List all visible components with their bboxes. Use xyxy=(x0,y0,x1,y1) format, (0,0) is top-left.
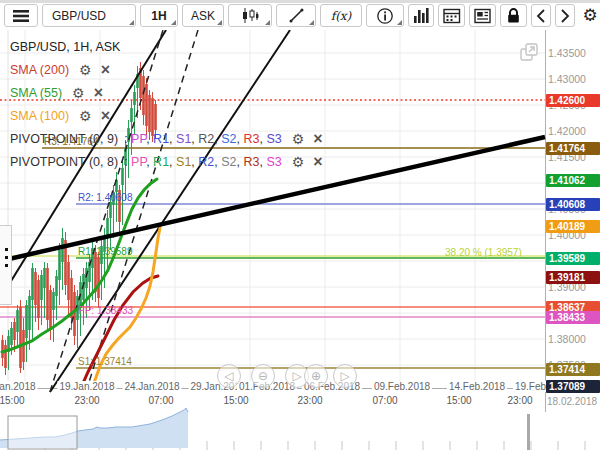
price-badge: 1.38433 xyxy=(546,311,600,324)
draw-tool-button[interactable] xyxy=(276,4,316,27)
dropdown-arrow-icon xyxy=(309,20,314,25)
zoom-out-button[interactable]: ⊖ xyxy=(251,364,275,388)
chart-type-select[interactable] xyxy=(228,4,272,27)
hamburger-icon xyxy=(12,9,30,23)
indicator-label: SMA (55) xyxy=(10,86,62,100)
legend-row-sma-200: SMA (200)⚙× xyxy=(10,58,323,81)
fib-level-label: 38.20 % (1.3957) xyxy=(445,247,522,258)
price-side-select[interactable]: ASK xyxy=(182,4,224,27)
price-tick: 1.38000 xyxy=(548,333,586,345)
price-tick: 1.42000 xyxy=(548,125,586,137)
price-badge: 1.41062 xyxy=(546,174,600,187)
news-icon xyxy=(474,8,492,24)
navigator-selection[interactable] xyxy=(8,416,77,449)
price-badge: 1.40189 xyxy=(546,220,600,233)
symbol-select[interactable]: GBP/USD xyxy=(42,4,136,27)
grip-dots-icon xyxy=(5,248,8,267)
news-button[interactable] xyxy=(469,4,496,27)
info-button[interactable] xyxy=(366,4,404,27)
pivot-line-label: R2: 1.40608 xyxy=(78,192,133,203)
calendar-icon xyxy=(443,7,461,24)
chart-title: GBP/USD, 1H, ASK xyxy=(10,36,323,58)
calendar-button[interactable] xyxy=(438,4,465,27)
date-tick-label: 24.Jan.2018 xyxy=(122,381,181,392)
axis-corner-date: 18.02.2018 xyxy=(547,396,597,407)
volume-button[interactable] xyxy=(408,4,434,27)
dropdown-arrow-icon xyxy=(265,20,270,25)
indicator-remove-icon[interactable]: × xyxy=(101,62,110,78)
candlestick-icon xyxy=(240,7,260,24)
info-icon xyxy=(376,7,394,25)
indicators-button-label: f(x) xyxy=(331,9,352,23)
indicator-settings-icon[interactable]: ⚙ xyxy=(79,108,92,124)
pivot-line-label: S1: 1.37414 xyxy=(78,356,132,367)
panel-drag-handle[interactable] xyxy=(0,225,12,305)
pan-right-button[interactable]: ▷ xyxy=(333,364,357,388)
chevron-right-icon xyxy=(559,8,571,24)
back-button[interactable] xyxy=(531,4,551,27)
hour-tick-label: 15:00 xyxy=(446,395,471,406)
trading-app-window: GBP/USD, 1H, ASK SMA (200)⚙×SMA (55)⚙×SM… xyxy=(0,0,600,450)
indicator-settings-icon[interactable]: ⚙ xyxy=(292,154,305,170)
zoom-in-button[interactable]: ⊕ xyxy=(304,364,328,388)
lock-button[interactable] xyxy=(500,4,527,27)
chart-area[interactable]: GBP/USD, 1H, ASK SMA (200)⚙×SMA (55)⚙×SM… xyxy=(0,0,600,450)
price-badge: 1.37414 xyxy=(546,363,600,376)
date-tick-label: 14.Jan.2018 xyxy=(0,381,38,392)
price-badge: 1.40608 xyxy=(546,198,600,211)
price-side-select-label: ASK xyxy=(191,9,215,23)
hour-tick-label: 23:00 xyxy=(507,395,532,406)
indicator-label: SMA (200) xyxy=(10,63,69,77)
pivot-label: PIVOTPOINT (0, 8) xyxy=(10,155,118,169)
legend-row-sma-100: SMA (100)⚙× xyxy=(10,104,323,127)
timeframe-select[interactable]: 1H xyxy=(140,4,178,27)
legend-row-pivotpoint-0-9: PIVOTPOINT (0, 9): PP, R1, S1, R2, S2, R… xyxy=(10,127,323,150)
dropdown-arrow-icon xyxy=(129,20,134,25)
chevron-left-icon xyxy=(535,8,547,24)
hour-tick-label: 07:00 xyxy=(148,395,173,406)
export-icon xyxy=(517,40,541,64)
indicator-remove-icon[interactable]: × xyxy=(313,131,322,147)
chart-legend: GBP/USD, 1H, ASK SMA (200)⚙×SMA (55)⚙×SM… xyxy=(10,36,323,173)
symbol-select-label: GBP/USD xyxy=(52,9,106,23)
timeframe-select-label: 1H xyxy=(151,9,166,23)
price-badge: 1.39589 xyxy=(546,252,600,265)
indicator-label: SMA (100) xyxy=(10,109,69,123)
gear-icon: ⚙ xyxy=(582,7,597,24)
forward-button[interactable] xyxy=(555,4,575,27)
navigator-divider-handle[interactable] xyxy=(527,414,530,450)
hour-tick-label: 07:00 xyxy=(372,395,397,406)
indicator-remove-icon[interactable]: × xyxy=(101,108,110,124)
pivot-line-label: R1: 1.39589 xyxy=(78,246,133,257)
indicator-remove-icon[interactable]: × xyxy=(94,85,103,101)
price-badge: 1.41764 xyxy=(546,142,600,155)
legend-row-pivotpoint-0-8: PIVOTPOINT (0, 8): PP, R1, S1, R2, S2, R… xyxy=(10,150,323,173)
bar-chart-icon xyxy=(413,7,430,24)
price-badge: 1.37089 xyxy=(546,380,600,393)
pivot-line-label: PP: 1.38433 xyxy=(78,305,133,316)
toolbar: GBP/USD1HASKf(x)⚙ xyxy=(0,3,600,30)
pan-left-button[interactable]: ◁ xyxy=(217,364,241,388)
lock-icon xyxy=(505,7,522,24)
line-tool-icon xyxy=(288,7,305,24)
indicators-button[interactable]: f(x) xyxy=(320,4,362,27)
export-chart-button[interactable] xyxy=(517,40,541,64)
hour-tick-label: 15:00 xyxy=(0,395,25,406)
pivot-label: PIVOTPOINT (0, 9) xyxy=(10,132,118,146)
indicator-remove-icon[interactable]: × xyxy=(313,154,322,170)
price-tick: 1.43000 xyxy=(548,73,586,85)
dropdown-arrow-icon xyxy=(171,20,176,25)
legend-row-sma-55: SMA (55)⚙× xyxy=(10,81,323,104)
dropdown-arrow-icon xyxy=(217,20,222,25)
price-badge: 1.39181 xyxy=(546,271,600,284)
settings-button[interactable]: ⚙ xyxy=(579,4,600,27)
menu-button[interactable] xyxy=(4,4,38,27)
hour-tick-label: 23:00 xyxy=(297,395,322,406)
pivot-levels-list: : PP, R1, S1, R2, S2, R3, S3 xyxy=(124,155,282,169)
indicator-settings-icon[interactable]: ⚙ xyxy=(292,131,305,147)
indicator-settings-icon[interactable]: ⚙ xyxy=(72,85,85,101)
date-tick-label: 14.Feb.2018 xyxy=(447,381,507,392)
indicator-settings-icon[interactable]: ⚙ xyxy=(79,62,92,78)
dropdown-arrow-icon xyxy=(397,20,402,25)
price-tick: 1.43500 xyxy=(548,47,586,59)
